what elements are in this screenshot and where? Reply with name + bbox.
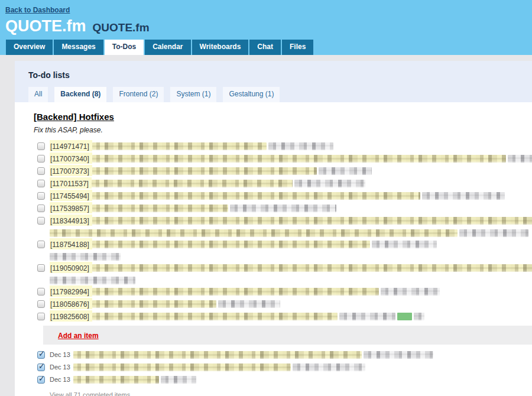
todo-item-text: [114971471] [50,142,333,150]
tab-messages[interactable]: Messages [54,40,103,55]
todo-item-text: [117007373] [50,167,372,175]
page-body: To-do lists AllBackend (8)Frontend (2)Sy… [0,55,532,396]
redacted-text-plain [294,180,365,187]
todo-item-text: [117007340] [50,154,532,163]
filter-all[interactable]: All [28,87,48,102]
todo-checkbox[interactable] [37,300,45,308]
redacted-text-plain [414,313,424,320]
todo-item-line: [114971471] [50,142,333,150]
tab-writeboards[interactable]: Writeboards [192,40,249,55]
redacted-text-plain [381,288,440,296]
app-window: Back to Dashboard QUOTE.fm QUOTE.fm Over… [0,0,532,396]
completed-date: Dec 13 [50,375,73,383]
todo-item-highlight: [117539857] [50,202,92,213]
todo-item-id: [117455494] [50,192,91,200]
todo-item-id: [118058676] [50,300,91,309]
redacted-text-highlighted [92,142,267,150]
todo-checkbox[interactable] [37,264,45,272]
todo-item-highlight: [117011537] [50,177,92,189]
redacted-text-highlighted [92,205,228,212]
redacted-text-plain [161,376,196,384]
todo-item: [117455494] [37,191,532,200]
todo-item: [118058676] [37,300,532,308]
todo-checkbox[interactable] [37,205,45,212]
redacted-text-plain [50,277,135,284]
redacted-text-highlighted [92,192,420,200]
todo-item-line: [118344913] [50,216,532,225]
todo-item-line: [118754188] [50,240,437,248]
redacted-text-highlighted [92,241,370,248]
view-all-completed-link[interactable]: View all 71 completed items [50,391,130,396]
todo-item-id: [114971471] [50,142,91,151]
todo-item: [117011537] [37,179,532,187]
todo-item-text: [118058676] [50,300,280,308]
redacted-text-highlighted [50,229,458,237]
todo-item-id: [119825608] [50,313,91,321]
todo-checkbox[interactable] [37,288,45,296]
completed-checkbox[interactable] [37,363,45,371]
completed-item-text [73,375,196,384]
todo-checkbox[interactable] [37,313,45,320]
todo-item-highlight: [119825608] [50,310,92,322]
completed-item: Dec 13 [37,375,532,384]
todo-checkbox[interactable] [37,180,45,187]
filter-backend-8[interactable]: Backend (8) [54,87,106,102]
section-title: To-do lists [28,70,70,80]
todo-checkbox[interactable] [37,192,45,200]
redacted-text-plain [422,192,505,200]
todo-item: [114971471] [37,142,532,150]
redacted-text-green [397,313,412,320]
todo-checkbox[interactable] [37,167,45,175]
back-to-dashboard-link[interactable]: Back to Dashboard [5,6,70,14]
completed-items: Dec 13Dec 13Dec 13 [34,350,532,384]
list-content: [Backend] Hotfixes Fix this ASAP, please… [15,102,532,396]
todo-item-highlight: [118754188] [50,238,92,249]
todo-item-text: [119050902] [50,264,532,284]
tab-overview[interactable]: Overview [6,40,53,55]
todo-item-line: [117455494] [50,191,505,200]
redacted-text-highlighted [73,376,159,384]
redacted-text-highlighted [73,363,291,371]
add-item-link[interactable]: Add an item [58,332,99,340]
todo-item-line [50,229,532,237]
tab-calendar[interactable]: Calendar [145,40,190,55]
completed-item-text [73,363,365,371]
todo-item: [117007340] [37,154,532,163]
tab-chat[interactable]: Chat [249,40,281,55]
todo-checkbox[interactable] [37,241,45,248]
completed-checkbox[interactable] [37,376,45,384]
redacted-text-plain [364,351,433,359]
list-description: Fix this ASAP, please. [34,126,532,134]
todo-item: [119050902] [37,264,532,284]
todo-item-highlight: [117455494] [50,190,92,201]
list-title[interactable]: [Backend] Hotfixes [34,112,114,122]
redacted-text-plain [268,142,333,150]
filter-gestaltung-1[interactable]: Gestaltung (1) [223,87,280,102]
redacted-text-plain [372,241,437,248]
todo-checkbox[interactable] [37,217,45,225]
todo-item: [118344913] [37,216,532,237]
todo-checkbox[interactable] [37,142,45,150]
todo-item-text: [118754188] [50,240,437,261]
redacted-text-highlighted [92,300,216,308]
redacted-text-highlighted [92,264,532,272]
completed-item-text [73,350,433,359]
completed-date: Dec 13 [50,363,73,371]
back-row: Back to Dashboard [0,0,532,17]
todo-item-highlight: [119050902] [50,262,92,273]
todo-item-highlight: [118344913] [50,215,92,226]
filter-system-1[interactable]: System (1) [170,87,216,102]
tab-files[interactable]: Files [282,40,313,55]
tab-to-dos[interactable]: To-Dos [105,40,144,55]
redacted-text-highlighted [92,217,532,225]
todo-checkbox[interactable] [37,155,45,163]
todo-item-id: [119050902] [50,264,91,272]
filter-frontend-2[interactable]: Frontend (2) [113,87,164,102]
todo-item-id: [117539857] [50,205,91,213]
app-logo[interactable]: QUOTE.fm [5,17,86,35]
todo-item-highlight: [117007373] [50,165,92,176]
redacted-text-highlighted [92,313,338,320]
todo-item-highlight: [118058676] [50,298,92,309]
project-header: Back to Dashboard QUOTE.fm QUOTE.fm Over… [0,0,532,55]
completed-checkbox[interactable] [37,351,45,359]
